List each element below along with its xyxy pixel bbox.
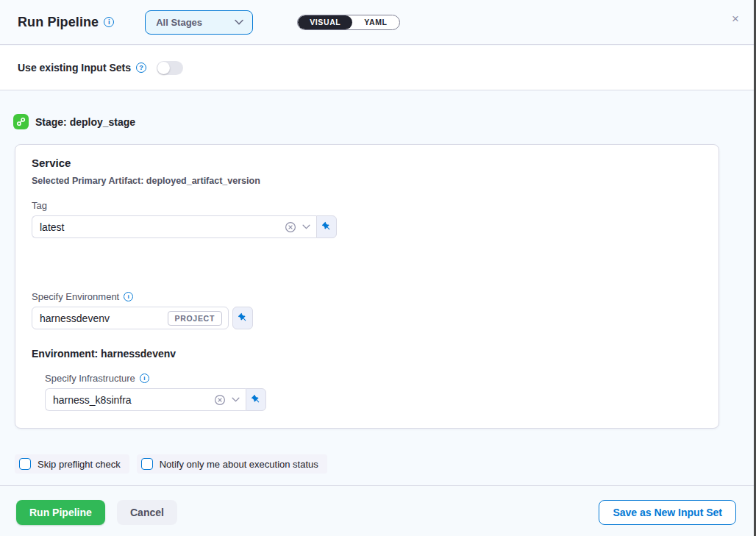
tag-input-row <box>32 215 337 238</box>
specify-infrastructure-label: Specify Infrastructure i <box>45 373 149 384</box>
modal-header: Run Pipeline i All Stages VISUAL YAML × <box>0 0 756 45</box>
run-pipeline-modal: Run Pipeline i All Stages VISUAL YAML × … <box>0 0 756 536</box>
cancel-button[interactable]: Cancel <box>117 500 177 525</box>
stage-selector-value: All Stages <box>156 17 235 28</box>
infrastructure-input-wrapper <box>45 388 246 411</box>
checkbox-unchecked[interactable] <box>19 458 31 470</box>
run-pipeline-button[interactable]: Run Pipeline <box>16 500 105 525</box>
save-as-new-input-set-button[interactable]: Save as New Input Set <box>599 500 736 525</box>
infrastructure-input-row <box>45 388 266 411</box>
toggle-knob <box>157 62 170 74</box>
chevron-down-icon <box>235 19 243 25</box>
info-icon[interactable]: i <box>140 374 149 383</box>
skip-preflight-label: Skip preflight check <box>38 459 121 470</box>
specify-environment-label: Specify Environment i <box>32 291 133 302</box>
tab-yaml[interactable]: YAML <box>352 15 399 29</box>
pin-runtime-input-button[interactable] <box>232 307 253 329</box>
info-icon[interactable]: i <box>124 292 133 301</box>
help-icon[interactable]: ? <box>136 62 146 73</box>
chevron-down-icon[interactable] <box>232 397 240 402</box>
checkbox-unchecked[interactable] <box>141 458 153 470</box>
tab-visual[interactable]: VISUAL <box>298 15 352 29</box>
pin-runtime-input-button[interactable] <box>316 215 337 238</box>
environment-input-row: PROJECT <box>32 307 253 329</box>
service-card: Service Selected Primary Artifact: deplo… <box>15 144 719 429</box>
tag-label: Tag <box>32 200 47 211</box>
main-section: Stage: deploy_stage Service Selected Pri… <box>0 91 756 485</box>
stage-label: Stage: deploy_stage <box>35 116 135 128</box>
scope-badge: PROJECT <box>168 311 223 326</box>
visual-yaml-toggle: VISUAL YAML <box>297 15 399 30</box>
info-icon[interactable]: i <box>104 17 114 27</box>
infrastructure-input[interactable] <box>53 394 208 406</box>
page-title: Run Pipeline <box>18 15 99 30</box>
use-input-sets-toggle[interactable] <box>157 61 183 75</box>
use-input-sets-label: Use existing Input Sets <box>18 62 131 74</box>
tag-input[interactable] <box>40 221 279 233</box>
clear-icon[interactable] <box>285 221 296 233</box>
tag-input-wrapper <box>32 215 316 238</box>
notify-me-checkbox-item[interactable]: Notify only me about execution status <box>137 454 327 474</box>
environment-section-title: Environment: harnessdevenv <box>32 348 176 360</box>
environment-input-wrapper: PROJECT <box>32 307 229 329</box>
close-icon[interactable]: × <box>729 12 742 26</box>
stage-row: Stage: deploy_stage <box>13 114 135 129</box>
input-sets-row: Use existing Input Sets ? <box>0 46 756 90</box>
service-title: Service <box>32 157 71 169</box>
clear-icon[interactable] <box>214 394 226 406</box>
environment-input[interactable] <box>40 312 162 324</box>
notify-me-label: Notify only me about execution status <box>160 459 318 470</box>
deploy-stage-icon <box>13 114 29 129</box>
skip-preflight-checkbox-item[interactable]: Skip preflight check <box>15 454 129 474</box>
options-row: Skip preflight check Notify only me abou… <box>15 454 335 474</box>
stage-selector-dropdown[interactable]: All Stages <box>145 10 253 35</box>
pin-runtime-input-button[interactable] <box>246 388 266 411</box>
modal-footer: Run Pipeline Cancel Save as New Input Se… <box>0 485 756 536</box>
selected-artifact-text: Selected Primary Artifact: deployed_arti… <box>32 176 260 186</box>
chevron-down-icon[interactable] <box>302 224 310 229</box>
